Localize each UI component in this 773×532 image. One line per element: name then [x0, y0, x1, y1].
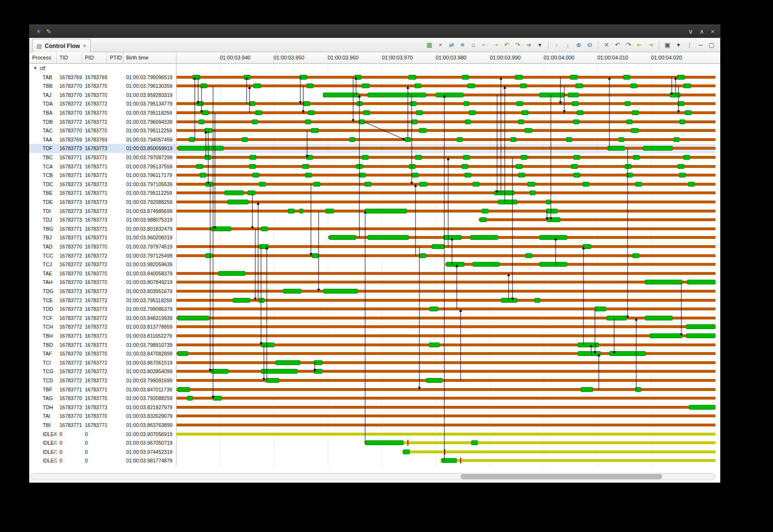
- process-row[interactable]: TAA16783769816783769801:00:03.794057459: [29, 135, 177, 144]
- running-state-segment[interactable]: [323, 289, 358, 294]
- timegraph-row[interactable]: [177, 198, 715, 207]
- running-state-segment[interactable]: [645, 280, 682, 284]
- process-row[interactable]: TCI16783772616783772601:00:03.867061519: [29, 358, 177, 367]
- running-state-segment[interactable]: [572, 101, 579, 106]
- follow-forward-icon[interactable]: ↷: [513, 40, 523, 50]
- timegraph-row[interactable]: [177, 180, 715, 189]
- running-state-segment[interactable]: [196, 164, 203, 169]
- running-state-segment[interactable]: [253, 83, 261, 88]
- running-state-segment[interactable]: [283, 289, 301, 294]
- running-state-segment[interactable]: [607, 146, 625, 151]
- running-state-segment[interactable]: [249, 164, 256, 169]
- zoom-out-icon[interactable]: ⊖: [585, 40, 595, 50]
- running-state-segment[interactable]: [443, 235, 462, 240]
- running-state-segment[interactable]: [250, 155, 256, 160]
- running-state-segment[interactable]: [623, 75, 630, 80]
- process-row[interactable]: TBA16783770816783770801:00:03.795118259: [29, 108, 177, 118]
- tab-control-flow[interactable]: ▤ Control Flow ×: [32, 39, 91, 52]
- prev-event-icon[interactable]: ⇤: [635, 40, 644, 50]
- running-state-segment[interactable]: [205, 182, 213, 187]
- running-state-segment[interactable]: [356, 164, 363, 169]
- running-state-segment[interactable]: [583, 244, 591, 249]
- process-row[interactable]: TCB16783771916783771901:00:03.796117179: [29, 171, 177, 180]
- process-row[interactable]: TDD16783773116783773101:00:03.799086379: [29, 305, 177, 314]
- column-header-pid[interactable]: PID: [82, 52, 107, 63]
- follow-back-icon[interactable]: ↶: [502, 40, 511, 50]
- running-state-segment[interactable]: [429, 307, 438, 311]
- timegraph-row[interactable]: [177, 403, 715, 412]
- running-state-segment[interactable]: [409, 164, 416, 169]
- running-state-segment[interactable]: [462, 164, 468, 169]
- running-state-segment[interactable]: [535, 298, 540, 303]
- process-row[interactable]: TCC16783772016783772001:00:03.797125499: [29, 251, 177, 260]
- process-row[interactable]: IDLE/00001:00:03.907056919: [29, 430, 177, 439]
- running-state-segment[interactable]: [643, 146, 673, 151]
- running-state-segment[interactable]: [187, 396, 193, 401]
- running-state-segment[interactable]: [516, 101, 523, 106]
- timegraph-row[interactable]: [177, 225, 715, 234]
- timegraph-row[interactable]: [177, 108, 715, 118]
- timegraph-row[interactable]: [177, 412, 715, 421]
- process-row[interactable]: TBJ16783771716783771701:00:03.960208319: [29, 233, 177, 242]
- running-state-segment[interactable]: [355, 75, 361, 80]
- process-row[interactable]: TDA16783772816783772801:00:03.795134779: [29, 99, 177, 108]
- follow-menu-chevron-icon[interactable]: ▾: [535, 40, 545, 50]
- column-header-birth-time[interactable]: Birth time: [123, 52, 177, 63]
- running-state-segment[interactable]: [192, 75, 200, 80]
- running-state-segment[interactable]: [581, 387, 593, 392]
- running-state-segment[interactable]: [446, 262, 464, 267]
- running-state-segment[interactable]: [689, 405, 715, 410]
- running-state-segment[interactable]: [365, 182, 371, 187]
- running-state-segment[interactable]: [211, 369, 228, 374]
- running-state-segment[interactable]: [539, 262, 567, 267]
- process-row[interactable]: TAF16783770316783770301:00:03.847082899: [29, 349, 177, 358]
- running-state-segment[interactable]: [211, 226, 231, 231]
- timegraph-row[interactable]: [177, 251, 715, 260]
- running-state-segment[interactable]: [520, 83, 527, 88]
- tree-expand-icon[interactable]: ▼: [33, 64, 37, 73]
- running-state-segment[interactable]: [679, 173, 686, 177]
- column-header-process[interactable]: Process: [29, 52, 57, 63]
- process-row[interactable]: TBC16783771016783771001:00:03.797087299: [29, 153, 177, 162]
- next-event-icon[interactable]: ⇥: [646, 40, 655, 50]
- running-state-segment[interactable]: [678, 101, 684, 106]
- running-state-segment[interactable]: [677, 75, 685, 80]
- horizontal-scrollbar[interactable]: [30, 473, 715, 480]
- running-state-segment[interactable]: [546, 209, 558, 213]
- running-state-segment[interactable]: [410, 101, 416, 106]
- running-state-segment[interactable]: [678, 164, 684, 169]
- running-state-segment[interactable]: [482, 209, 488, 213]
- timegraph-row[interactable]: [177, 322, 715, 331]
- running-state-segment[interactable]: [359, 173, 366, 177]
- running-state-segment[interactable]: [261, 343, 274, 347]
- running-state-segment[interactable]: [566, 137, 572, 142]
- timegraph-row[interactable]: [177, 269, 715, 278]
- running-state-segment[interactable]: [299, 75, 307, 80]
- running-state-segment[interactable]: [467, 83, 475, 88]
- timegraph-row[interactable]: [177, 233, 715, 242]
- running-state-segment[interactable]: [429, 343, 440, 347]
- running-state-segment[interactable]: [225, 190, 244, 195]
- running-state-segment[interactable]: [573, 173, 580, 177]
- process-row[interactable]: IDLE/10001:00:03.974452319: [29, 448, 177, 457]
- process-row[interactable]: TDF16783773316783773301:00:03.850059919: [29, 144, 177, 153]
- running-state-segment[interactable]: [349, 137, 355, 142]
- running-state-segment[interactable]: [573, 155, 580, 160]
- running-state-segment[interactable]: [618, 137, 624, 142]
- running-state-segment[interactable]: [275, 360, 300, 365]
- process-row[interactable]: TDC16783773016783773001:00:03.797105539: [29, 180, 177, 189]
- running-state-segment[interactable]: [248, 190, 255, 195]
- running-state-segment[interactable]: [463, 155, 470, 160]
- process-row[interactable]: TAE16783770216783770201:00:03.840058379: [29, 269, 177, 278]
- running-state-segment[interactable]: [266, 378, 279, 383]
- timegraph-row[interactable]: [177, 394, 715, 403]
- running-state-segment[interactable]: [631, 128, 639, 133]
- running-state-segment[interactable]: [365, 440, 404, 445]
- process-row[interactable]: TDG16783773416783773401:00:03.803951679: [29, 287, 177, 296]
- tree-root-row[interactable]: ▼ctf: [29, 64, 177, 73]
- running-state-segment[interactable]: [303, 101, 310, 106]
- running-state-segment[interactable]: [415, 155, 422, 160]
- running-state-segment[interactable]: [408, 75, 416, 80]
- timegraph-row[interactable]: [177, 376, 715, 385]
- running-state-segment[interactable]: [197, 101, 203, 106]
